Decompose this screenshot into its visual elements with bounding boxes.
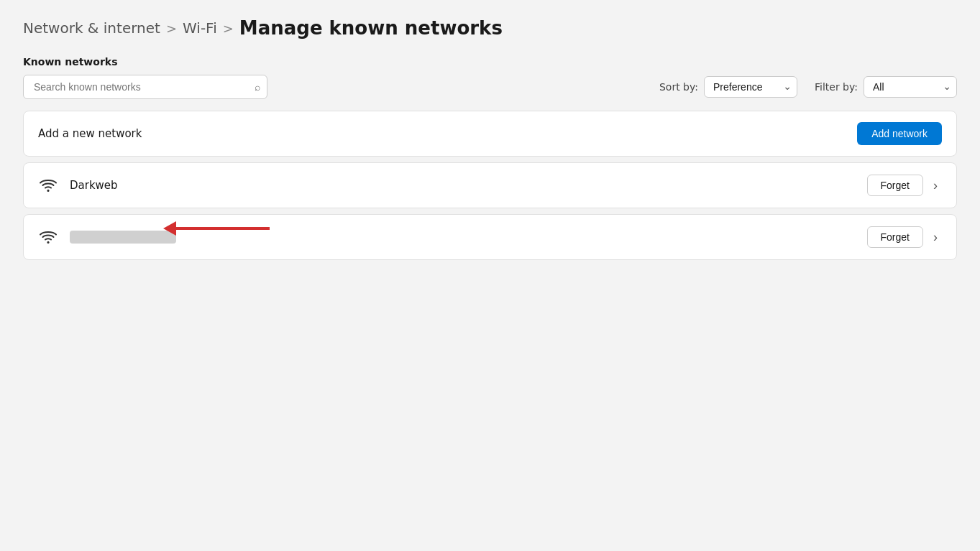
network-actions-redacted: Forget › — [867, 226, 942, 248]
add-network-label: Add a new network — [38, 127, 142, 140]
sort-select[interactable]: Preference Name Date added — [704, 76, 797, 98]
add-network-button[interactable]: Add network — [857, 122, 942, 145]
breadcrumb-part1: Network & internet — [23, 19, 160, 37]
expand-button-darkweb[interactable]: › — [929, 175, 942, 196]
filter-label: Filter by: — [815, 81, 858, 93]
network-actions-darkweb: Forget › — [867, 175, 942, 196]
sort-group: Sort by: Preference Name Date added — [659, 76, 797, 98]
filter-group: Filter by: All Wi-Fi Ethernet — [815, 76, 957, 98]
wifi-icon-darkweb — [38, 177, 58, 193]
forget-button-darkweb[interactable]: Forget — [867, 175, 923, 196]
network-row-darkweb: Darkweb Forget › — [23, 162, 957, 208]
forget-button-redacted[interactable]: Forget — [867, 226, 923, 248]
wifi-icon-redacted — [38, 229, 58, 245]
network-row-redacted: Forget › — [23, 214, 957, 260]
sort-label: Sort by: — [659, 81, 698, 93]
svg-point-0 — [47, 190, 50, 192]
breadcrumb-sep2: > — [223, 21, 234, 36]
search-wrapper: ⌕ — [23, 75, 267, 99]
page-title: Manage known networks — [239, 17, 503, 39]
expand-button-redacted[interactable]: › — [929, 227, 942, 248]
breadcrumb: Network & internet > Wi-Fi > Manage know… — [23, 17, 957, 39]
network-info-darkweb: Darkweb — [38, 177, 118, 193]
filter-select[interactable]: All Wi-Fi Ethernet — [864, 76, 957, 98]
breadcrumb-sep1: > — [166, 21, 177, 36]
sort-filter-group: Sort by: Preference Name Date added Filt… — [659, 76, 957, 98]
redacted-network-name — [70, 231, 176, 244]
network-name-darkweb: Darkweb — [70, 179, 118, 192]
filter-select-wrapper: All Wi-Fi Ethernet — [864, 76, 957, 98]
section-label: Known networks — [23, 56, 957, 68]
svg-point-1 — [47, 241, 50, 244]
controls-row: ⌕ Sort by: Preference Name Date added Fi — [23, 75, 957, 99]
breadcrumb-part2: Wi-Fi — [183, 19, 217, 37]
sort-select-wrapper: Preference Name Date added — [704, 76, 797, 98]
search-input[interactable] — [23, 75, 267, 99]
network-info-redacted — [38, 229, 176, 245]
add-network-card: Add a new network Add network — [23, 111, 957, 157]
